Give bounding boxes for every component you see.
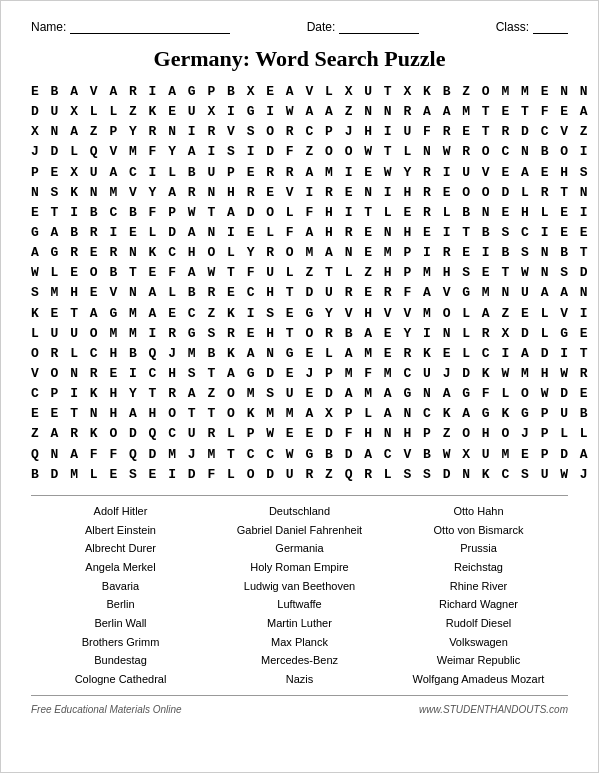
page: Name: Date: Class: Germany: Word Search … xyxy=(0,0,599,773)
puzzle-row: E E T N H A H O T T O K M M A X P L A N … xyxy=(31,404,568,424)
word-item: Albrecht Durer xyxy=(85,539,156,558)
date-underline xyxy=(339,19,419,34)
puzzle-row: V O N R E I C H S T A G D E J P M F M C … xyxy=(31,364,568,384)
puzzle-row: W L E O B T E F A W T F U L Z T L Z H P … xyxy=(31,263,568,283)
word-item: Otto von Bismarck xyxy=(434,521,524,540)
word-item: Reichstag xyxy=(454,558,503,577)
puzzle-row: A G R E R N K C H O L Y R O M A N E M P … xyxy=(31,243,568,263)
word-column-2: Otto HahnOtto von BismarckPrussiaReichst… xyxy=(389,502,568,689)
word-item: Otto Hahn xyxy=(453,502,503,521)
class-field: Class: xyxy=(496,19,568,34)
word-item: Berlin xyxy=(106,595,134,614)
word-item: Adolf Hitler xyxy=(94,502,148,521)
puzzle-row: E B A V A R I A G P B X E A V L X U T X … xyxy=(31,82,568,102)
word-item: Berlin Wall xyxy=(94,614,146,633)
puzzle-row: Z A R K O D Q C U R L P W E E D F H N H … xyxy=(31,424,568,444)
puzzle-row: O R L C H B Q J M B K A N G E L A M E R … xyxy=(31,344,568,364)
puzzle-row: D U X L L Z K E U X I G I W A A Z N N R … xyxy=(31,102,568,122)
word-item: Luftwaffe xyxy=(277,595,321,614)
word-item: Cologne Cathedral xyxy=(75,670,167,689)
word-item: Rhine River xyxy=(450,577,507,596)
footer-right: www.STUDENTHANDOUTS.com xyxy=(419,704,568,715)
word-item: Ludwig van Beethoven xyxy=(244,577,355,596)
word-item: Prussia xyxy=(460,539,497,558)
word-item: Mercedes-Benz xyxy=(261,651,338,670)
name-underline xyxy=(70,19,230,34)
puzzle-row: C P I K H Y T R A Z O M S U E D A M A G … xyxy=(31,384,568,404)
word-column-1: DeutschlandGabriel Daniel FahrenheitGerm… xyxy=(210,502,389,689)
word-item: Brothers Grimm xyxy=(82,633,160,652)
word-item: Albert Einstein xyxy=(85,521,156,540)
puzzle-row: G A B R I E L D A N I E L F A H R E N H … xyxy=(31,223,568,243)
puzzle-row: J D L Q V M F Y A I S I D F Z O O W T L … xyxy=(31,142,568,162)
footer: Free Educational Materials Online www.ST… xyxy=(31,704,568,715)
word-item: Holy Roman Empire xyxy=(250,558,348,577)
divider xyxy=(31,495,568,496)
word-item: Nazis xyxy=(286,670,314,689)
word-item: Germania xyxy=(275,539,323,558)
word-item: Weimar Republic xyxy=(437,651,521,670)
page-title: Germany: Word Search Puzzle xyxy=(31,46,568,72)
footer-left: Free Educational Materials Online xyxy=(31,704,182,715)
word-item: Martin Luther xyxy=(267,614,332,633)
date-field: Date: xyxy=(307,19,420,34)
puzzle-row: X N A Z P Y R N I R V S O R C P J H I U … xyxy=(31,122,568,142)
word-column-0: Adolf HitlerAlbert EinsteinAlbrecht Dure… xyxy=(31,502,210,689)
puzzle-row: B D M L E S E I D F L O D U R Z Q R L S … xyxy=(31,465,568,485)
word-list: Adolf HitlerAlbert EinsteinAlbrecht Dure… xyxy=(31,502,568,689)
puzzle-grid: E B A V A R I A G P B X E A V L X U T X … xyxy=(31,82,568,485)
puzzle-row: S M H E V N A L B R E C H T D U R E R F … xyxy=(31,283,568,303)
word-item: Deutschland xyxy=(269,502,330,521)
puzzle-row: N S K N M V Y A R N H R E V I R E N I H … xyxy=(31,183,568,203)
header: Name: Date: Class: xyxy=(31,19,568,34)
puzzle-row: K E T A G M A E C Z K I S E G Y V H V V … xyxy=(31,304,568,324)
word-item: Angela Merkel xyxy=(85,558,155,577)
puzzle-row: E T I B C B F P W T A D O L F H I T L E … xyxy=(31,203,568,223)
name-field: Name: xyxy=(31,19,230,34)
puzzle-row: L U U O M M I R G S R E H T O R B A E Y … xyxy=(31,324,568,344)
word-item: Rudolf Diesel xyxy=(446,614,511,633)
class-label: Class: xyxy=(496,20,529,34)
puzzle-row: Q N A F F Q D M J M T C C W G B D A C V … xyxy=(31,445,568,465)
class-underline xyxy=(533,19,568,34)
footer-divider xyxy=(31,695,568,696)
word-item: Bavaria xyxy=(102,577,139,596)
name-label: Name: xyxy=(31,20,66,34)
word-item: Richard Wagner xyxy=(439,595,518,614)
puzzle-row: P E X U A C I L B U P E R R A M I E W Y … xyxy=(31,163,568,183)
date-label: Date: xyxy=(307,20,336,34)
word-item: Max Planck xyxy=(271,633,328,652)
word-item: Bundestag xyxy=(94,651,147,670)
word-item: Gabriel Daniel Fahrenheit xyxy=(237,521,362,540)
word-item: Volkswagen xyxy=(449,633,508,652)
word-item: Wolfgang Amadeus Mozart xyxy=(413,670,545,689)
